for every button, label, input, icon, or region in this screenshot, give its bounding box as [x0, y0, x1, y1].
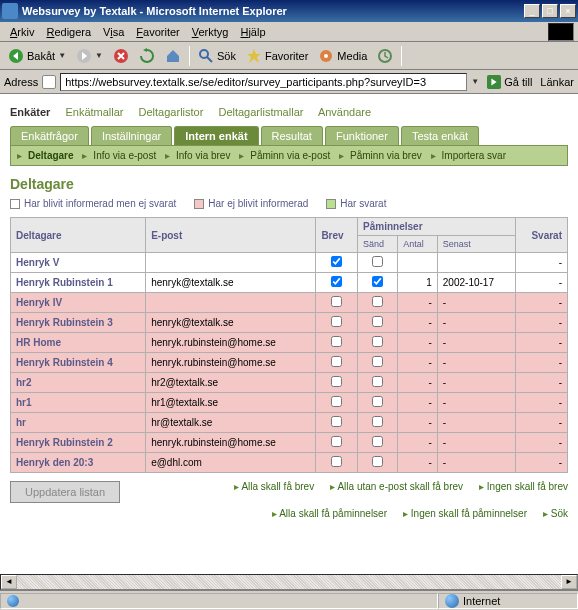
stop-button[interactable] — [109, 46, 133, 66]
sand-checkbox[interactable] — [372, 436, 383, 447]
menu-arkiv[interactable]: Arkiv — [4, 24, 40, 40]
brev-checkbox[interactable] — [331, 316, 342, 327]
th-deltagare[interactable]: Deltagare — [11, 218, 146, 253]
sand-checkbox[interactable] — [372, 416, 383, 427]
menubar: Arkiv Redigera Visa Favoriter Verktyg Hj… — [0, 22, 578, 42]
table-row[interactable]: Henryk Rubinstein 2henryk.rubinstein@hom… — [11, 433, 568, 453]
cell-senast: - — [437, 293, 515, 313]
table-row[interactable]: Henryk IV--- — [11, 293, 568, 313]
maximize-button[interactable]: □ — [542, 4, 558, 18]
th-svarat[interactable]: Svarat — [515, 218, 567, 253]
table-row[interactable]: Henryk Rubinstein 1henryk@textalk.se1200… — [11, 273, 568, 293]
horizontal-scrollbar[interactable]: ◄ ► — [0, 574, 578, 590]
forward-dropdown-icon[interactable]: ▼ — [95, 51, 103, 60]
sand-checkbox[interactable] — [372, 456, 383, 467]
sand-checkbox[interactable] — [372, 276, 383, 287]
cell-senast: - — [437, 393, 515, 413]
links-label[interactable]: Länkar — [540, 76, 574, 88]
brev-checkbox[interactable] — [331, 456, 342, 467]
brev-checkbox[interactable] — [331, 376, 342, 387]
favorites-button[interactable]: Favoriter — [242, 46, 312, 66]
tab-installningar[interactable]: Inställningar — [91, 126, 172, 145]
table-row[interactable]: hr1hr1@textalk.se--- — [11, 393, 568, 413]
brev-checkbox[interactable] — [331, 256, 342, 267]
go-button[interactable]: Gå till — [483, 73, 536, 91]
address-dropdown-icon[interactable]: ▼ — [471, 77, 479, 86]
search-button[interactable]: Sök — [194, 46, 240, 66]
minimize-button[interactable]: _ — [524, 4, 540, 18]
menu-favoriter[interactable]: Favoriter — [130, 24, 185, 40]
link-ingen-paminn[interactable]: ▸ Ingen skall få påminnelser — [403, 508, 527, 519]
menu-verktyg[interactable]: Verktyg — [186, 24, 235, 40]
sand-checkbox[interactable] — [372, 396, 383, 407]
link-ingen-brev[interactable]: ▸ Ingen skall få brev — [479, 481, 568, 492]
nav-deltagarlistmallar[interactable]: Deltagarlistmallar — [218, 106, 303, 118]
sub-paminn-brev[interactable]: Påminn via brev — [350, 150, 422, 161]
sub-paminn-epost[interactable]: Påminn via e-post — [250, 150, 330, 161]
sand-checkbox[interactable] — [372, 256, 383, 267]
scroll-left-button[interactable]: ◄ — [1, 575, 17, 589]
nav-deltagarlistor[interactable]: Deltagarlistor — [139, 106, 204, 118]
scroll-track[interactable] — [17, 575, 561, 589]
cell-name: Henryk Rubinstein 1 — [11, 273, 146, 293]
scroll-right-button[interactable]: ► — [561, 575, 577, 589]
table-row[interactable]: Henryk Rubinstein 3henryk@textalk.se--- — [11, 313, 568, 333]
sub-info-epost[interactable]: Info via e-post — [93, 150, 156, 161]
refresh-button[interactable] — [135, 46, 159, 66]
th-sand[interactable]: Sänd — [358, 236, 398, 253]
th-antal[interactable]: Antal — [398, 236, 438, 253]
tab-testa[interactable]: Testa enkät — [401, 126, 479, 145]
tab-intern[interactable]: Intern enkät — [174, 126, 258, 145]
cell-name: HR Home — [11, 333, 146, 353]
table-row[interactable]: Henryk V- — [11, 253, 568, 273]
sand-checkbox[interactable] — [372, 316, 383, 327]
sub-deltagare[interactable]: Deltagare — [28, 150, 74, 161]
tab-funktioner[interactable]: Funktioner — [325, 126, 399, 145]
sub-info-brev[interactable]: Info via brev — [176, 150, 230, 161]
nav-anvandare[interactable]: Användare — [318, 106, 371, 118]
tab-resultat[interactable]: Resultat — [261, 126, 323, 145]
th-epost[interactable]: E-post — [146, 218, 316, 253]
brev-checkbox[interactable] — [331, 356, 342, 367]
brev-checkbox[interactable] — [331, 416, 342, 427]
menu-redigera[interactable]: Redigera — [40, 24, 97, 40]
table-row[interactable]: hrhr@textalk.se--- — [11, 413, 568, 433]
history-button[interactable] — [373, 46, 397, 66]
link-alla-brev[interactable]: ▸ Alla skall få brev — [234, 481, 314, 492]
brev-checkbox[interactable] — [331, 296, 342, 307]
sand-checkbox[interactable] — [372, 336, 383, 347]
table-row[interactable]: Henryk den 20:3e@dhl.com--- — [11, 453, 568, 473]
tab-enkatfragor[interactable]: Enkätfrågor — [10, 126, 89, 145]
sand-checkbox[interactable] — [372, 376, 383, 387]
brev-checkbox[interactable] — [331, 436, 342, 447]
sand-checkbox[interactable] — [372, 296, 383, 307]
back-button[interactable]: Bakåt ▼ — [4, 46, 70, 66]
sub-importera[interactable]: Importera svar — [442, 150, 506, 161]
menu-hjalp[interactable]: Hjälp — [234, 24, 271, 40]
address-input[interactable] — [60, 73, 467, 91]
table-row[interactable]: Henryk Rubinstein 4henryk.rubinstein@hom… — [11, 353, 568, 373]
table-row[interactable]: HR Homehenryk.rubinstein@home.se--- — [11, 333, 568, 353]
nav-enkatmallar[interactable]: Enkätmallar — [65, 106, 123, 118]
table-row[interactable]: hr2hr2@textalk.se--- — [11, 373, 568, 393]
status-left — [0, 593, 438, 609]
th-brev[interactable]: Brev — [316, 218, 358, 253]
nav-enkater[interactable]: Enkäter — [10, 106, 50, 118]
brev-checkbox[interactable] — [331, 396, 342, 407]
close-button[interactable]: × — [560, 4, 576, 18]
link-sok[interactable]: ▸ Sök — [543, 508, 568, 519]
th-senast[interactable]: Senast — [437, 236, 515, 253]
brev-checkbox[interactable] — [331, 336, 342, 347]
home-button[interactable] — [161, 46, 185, 66]
back-dropdown-icon[interactable]: ▼ — [58, 51, 66, 60]
media-button[interactable]: Media — [314, 46, 371, 66]
brev-checkbox[interactable] — [331, 276, 342, 287]
forward-button[interactable]: ▼ — [72, 46, 107, 66]
link-alla-utan-epost[interactable]: ▸ Alla utan e-post skall få brev — [330, 481, 463, 492]
link-alla-paminn[interactable]: ▸ Alla skall få påminnelser — [272, 508, 387, 519]
cell-antal: - — [398, 293, 438, 313]
menu-visa[interactable]: Visa — [97, 24, 130, 40]
update-list-button[interactable]: Uppdatera listan — [10, 481, 120, 503]
th-paminnelser[interactable]: Påminnelser — [358, 218, 516, 236]
sand-checkbox[interactable] — [372, 356, 383, 367]
